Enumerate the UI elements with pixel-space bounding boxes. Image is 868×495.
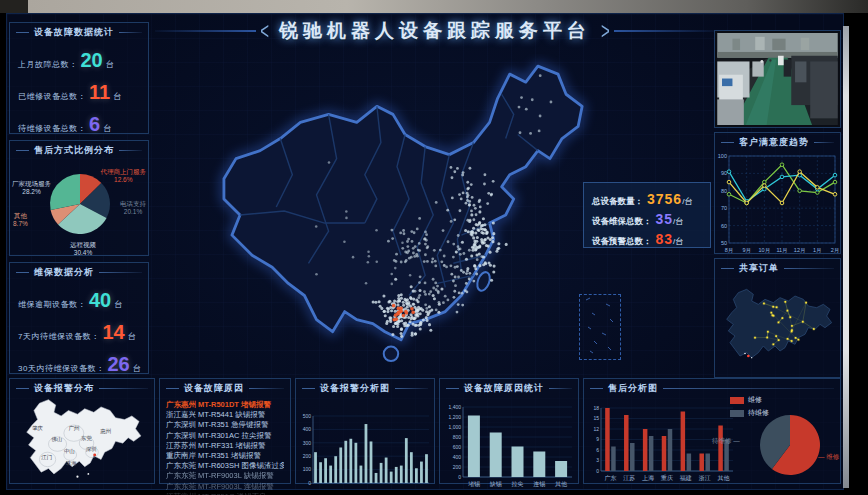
- shared-orders-map: [715, 276, 840, 376]
- fault-list-item: 广东东莞 MT-RF9003L 连锡报警: [166, 482, 284, 492]
- stat-row: 已维修设备总数： 11 台: [18, 81, 140, 104]
- stat-label: 待维修设备总数：: [18, 123, 86, 134]
- stat-label: 设备预警总数：: [592, 236, 652, 248]
- svg-text:连锡: 连锡: [533, 480, 545, 488]
- screen-photo-frame: < 锐驰机器人设备跟踪服务平台 >: [0, 0, 868, 495]
- stat-unit: /台: [682, 196, 692, 207]
- svg-text:12: 12: [593, 426, 599, 432]
- svg-text:中山: 中山: [64, 448, 75, 454]
- panel-maintenance: 维保数据分析 维保逾期设备数： 40 台 7天内待维保设备数： 14 台 30天…: [9, 262, 149, 374]
- panel-fault-reasons: 设备故障原因 广东惠州 MT-R501DT 堵锡报警浙江嘉兴 MT-R5441 …: [159, 378, 291, 484]
- stat-value: 35: [656, 211, 674, 227]
- svg-text:广州: 广州: [68, 425, 79, 431]
- panel-fault-stats: 设备故障数据统计 上月故障总数： 20 台 已维修设备总数： 11 台 待维修设…: [9, 22, 149, 134]
- stat-row: 30天内待维保设备数： 26 台: [18, 353, 140, 376]
- stat-unit: 台: [106, 59, 114, 70]
- panel-title-text: 设备故障原因统计: [464, 382, 544, 395]
- alarm-dot: [93, 453, 96, 456]
- legend-swatch: [730, 397, 744, 404]
- stat-unit: 台: [114, 299, 122, 310]
- svg-text:1,000: 1,000: [448, 424, 461, 430]
- panel-title: 设备故障数据统计: [10, 23, 148, 40]
- svg-text:重庆: 重庆: [660, 474, 673, 481]
- pie-slice-label: 电话支持20.1%: [120, 200, 146, 215]
- stat-value: 3756: [647, 191, 682, 207]
- svg-text:9: 9: [596, 436, 599, 442]
- fault-list-item: 广东惠州 MT-R501DT 堵锡报警: [166, 400, 284, 410]
- pie-slice-label: 远程视频30.4%: [70, 241, 96, 256]
- svg-text:80: 80: [721, 188, 727, 194]
- svg-text:400: 400: [453, 454, 462, 460]
- device-totals-card: 总设备数量： 3756 /台 设备维保总数： 35 /台 设备预警总数： 83 …: [583, 182, 711, 248]
- svg-text:0: 0: [596, 468, 599, 474]
- stat-unit: /台: [673, 216, 683, 227]
- page-title: 锐驰机器人设备跟踪服务平台: [273, 18, 597, 44]
- hainan-island: [384, 347, 398, 361]
- chevron-left-icon: <: [260, 4, 269, 58]
- stat-row: 待维修设备总数： 6 台: [18, 113, 140, 136]
- stat-unit: 台: [113, 91, 121, 102]
- svg-text:1月: 1月: [813, 247, 822, 254]
- stat-value: 6: [89, 113, 100, 136]
- panel-aftersales-pie: 售后方式比例分布 代理商上门服务12.6%电话支持20.1%远程视频30.4%其…: [9, 140, 149, 256]
- svg-text:肇庆: 肇庆: [32, 425, 43, 431]
- panel-title: 设备故障原因: [160, 379, 290, 396]
- pie-slice-label: 代理商上门服务12.6%: [101, 168, 147, 183]
- svg-text:其他: 其他: [718, 475, 730, 482]
- header-line-left: [155, 30, 256, 32]
- panel-title: 共享订单: [715, 259, 840, 276]
- stat-unit: 台: [128, 331, 136, 342]
- overlay-stat-row: 总设备数量： 3756 /台: [592, 191, 702, 208]
- svg-text:拉尖: 拉尖: [512, 481, 524, 487]
- south-china-sea-inset: [579, 294, 621, 360]
- fault-list-item: 广东深圳 MT-R301AC 拉尖报警: [166, 431, 284, 441]
- svg-text:200: 200: [303, 453, 312, 459]
- svg-text:50: 50: [721, 240, 727, 246]
- panel-alarm-distribution: 设备报警分布 肇庆广州惠州佛山东莞深圳中山江门珠海: [9, 378, 155, 484]
- panel-title-text: 维保数据分析: [34, 266, 94, 279]
- stat-row: 维保逾期设备数： 40 台: [18, 289, 140, 312]
- panel-title-text: 设备报警分布: [34, 382, 94, 395]
- photo-wall-strip: [0, 0, 868, 13]
- svg-text:上海: 上海: [641, 475, 654, 481]
- svg-text:佛山: 佛山: [51, 436, 62, 442]
- svg-text:0: 0: [308, 480, 311, 486]
- svg-text:100: 100: [303, 466, 312, 472]
- svg-text:500: 500: [303, 413, 312, 419]
- svg-text:福建: 福建: [680, 475, 692, 482]
- svg-text:深圳: 深圳: [86, 446, 97, 452]
- screen-reflection: [843, 26, 849, 488]
- stat-label: 设备维保总数：: [592, 216, 652, 228]
- panel-title: 售后方式比例分布: [10, 141, 148, 158]
- svg-text:珠海: 珠海: [66, 460, 77, 466]
- panel-title: 维保数据分析: [10, 263, 148, 280]
- svg-text:300: 300: [303, 440, 312, 446]
- svg-text:10月: 10月: [759, 247, 771, 254]
- overlay-stat-row: 设备维保总数： 35 /台: [592, 211, 702, 228]
- panel-fault-reason-stats: 设备故障原因统计 02004006008001,0001,2001,400堵锡缺…: [439, 378, 579, 484]
- panel-alarm-analysis: 设备报警分析图 0100200300400500: [295, 378, 435, 484]
- panel-title-text: 售后方式比例分布: [34, 144, 114, 157]
- china-map-svg: [157, 54, 637, 376]
- fault-list-item: 江苏苏州 MT-RF331 堵锡报警: [166, 441, 284, 451]
- svg-text:9月: 9月: [742, 247, 751, 254]
- panel-title-text: 客户满意度趋势: [739, 136, 809, 149]
- svg-text:惠州: 惠州: [99, 428, 111, 434]
- panel-satisfaction-trend: 客户满意度趋势 50607080901008月9月10月11月12月1月2月: [714, 132, 841, 254]
- svg-text:12月: 12月: [794, 247, 806, 254]
- aftersales-pie2-chart: [750, 409, 830, 481]
- overlay-stat-row: 设备预警总数： 83 /台: [592, 231, 702, 248]
- svg-text:3: 3: [596, 457, 599, 463]
- satisfaction-line-chart: 50607080901008月9月10月11月12月1月2月: [715, 150, 840, 254]
- fault-reason-list: 广东惠州 MT-R501DT 堵锡报警浙江嘉兴 MT-R5441 缺锡报警广东深…: [160, 396, 290, 495]
- stat-unit: /台: [673, 236, 683, 247]
- svg-text:江苏: 江苏: [623, 474, 635, 481]
- fault-list-item: 重庆南岸 MT-R351 堵锡报警: [166, 451, 284, 461]
- alarm-analysis-bar-chart: 0100200300400500: [296, 408, 432, 488]
- chevron-right-icon: >: [601, 4, 610, 58]
- camera-feed: [714, 30, 841, 128]
- pie-label-pending: 待维修 —: [712, 437, 740, 445]
- stat-value: 11: [89, 81, 110, 104]
- fault-list-item: 广东东莞 MT-RF9003L 缺锡报警: [166, 471, 284, 481]
- stat-label: 7天内待维保设备数：: [18, 331, 99, 342]
